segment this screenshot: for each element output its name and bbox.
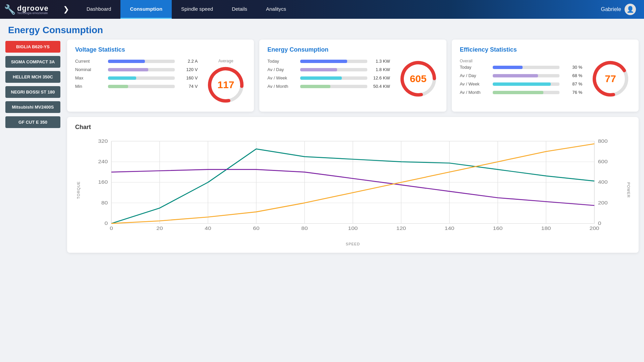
stat-bar-wrap xyxy=(108,76,175,80)
stat-bar xyxy=(493,74,538,77)
voltage-gauge: Average 117 xyxy=(206,59,246,105)
stat-bar-wrap xyxy=(108,60,175,63)
chevron-button[interactable]: ❯ xyxy=(58,5,74,14)
user-name: Gabriele xyxy=(601,6,621,12)
stat-value: 87 % xyxy=(562,81,582,86)
voltage-gauge-label: Average xyxy=(206,59,246,63)
chart-svg: 0080200160400240600320800020406080100120… xyxy=(85,134,621,241)
stat-row: Av / Week 12.6 KW xyxy=(267,75,390,80)
y-left-label: TORQUE xyxy=(76,181,80,199)
svg-text:60: 60 xyxy=(253,226,260,231)
sidebar-item-biglia[interactable]: BIGLIA B620-YS xyxy=(5,41,60,53)
voltage-gauge-circle: 117 xyxy=(206,65,246,105)
stat-label: Nominal xyxy=(75,67,105,72)
sidebar: BIGLIA B620-YS SIGMA COMPACT 3A HELLER M… xyxy=(5,41,60,253)
stat-bar xyxy=(300,85,330,88)
x-label: SPEED xyxy=(85,242,621,246)
chart-title: Chart xyxy=(75,124,631,131)
energy-gauge-wrap: Today 1.3 KW Av / Day 1.8 KW Av / Week 1… xyxy=(267,59,438,99)
voltage-card-title: Voltage Statistics xyxy=(75,46,246,53)
stat-row: Today 1.3 KW xyxy=(267,59,390,64)
voltage-gauge-value: 117 xyxy=(217,79,234,90)
energy-stats: Today 1.3 KW Av / Day 1.8 KW Av / Week 1… xyxy=(267,59,390,99)
stat-bar-wrap xyxy=(493,74,559,77)
stat-bar xyxy=(300,60,347,63)
stat-value: 74 V xyxy=(177,84,198,89)
svg-text:200: 200 xyxy=(598,200,608,205)
logo-area: 🔧 dgroove Tecnologia emozionale xyxy=(4,4,58,15)
header: 🔧 dgroove Tecnologia emozionale ❯ Dashbo… xyxy=(0,0,644,19)
stat-value: 2.2 A xyxy=(177,59,198,64)
avatar: 👤 xyxy=(625,4,636,15)
logo-sub: Tecnologia emozionale xyxy=(17,11,49,15)
svg-text:600: 600 xyxy=(598,159,608,164)
svg-text:400: 400 xyxy=(598,180,608,185)
logo-text-group: dgroove Tecnologia emozionale xyxy=(17,4,49,15)
svg-text:20: 20 xyxy=(156,226,163,231)
page-title: Energy Consumption xyxy=(0,19,644,40)
svg-text:80: 80 xyxy=(101,200,108,205)
stat-row: Max 160 V xyxy=(75,75,198,80)
energy-gauge: 605 xyxy=(398,59,438,99)
main-content: BIGLIA B620-YS SIGMA COMPACT 3A HELLER M… xyxy=(0,40,644,258)
stat-bar-wrap xyxy=(108,85,175,88)
stat-row: Av / Day 68 % xyxy=(460,73,582,78)
stat-row: Today 30 % xyxy=(460,65,582,70)
stat-bar xyxy=(108,60,145,63)
stat-row: Nominal 120 V xyxy=(75,67,198,72)
stat-bar xyxy=(108,68,148,71)
efficiency-gauge-wrap: Overall Today 30 % Av / Day 68 % Av / We… xyxy=(460,59,631,99)
nav-item-spindle-speed[interactable]: Spindle speed xyxy=(172,0,222,19)
stat-bar-wrap xyxy=(300,60,367,63)
stat-label: Av / Day xyxy=(267,67,298,72)
stat-value: 160 V xyxy=(177,75,198,80)
logo-icon: 🔧 xyxy=(4,4,16,15)
stat-bar xyxy=(108,85,128,88)
sidebar-item-heller[interactable]: HELLER MCH 350C xyxy=(5,71,60,83)
svg-text:100: 100 xyxy=(348,226,358,231)
stat-row: Av / Month 50.4 KW xyxy=(267,84,390,89)
stat-value: 50.4 KW xyxy=(370,84,390,89)
stat-value: 68 % xyxy=(562,73,582,78)
stat-bar-wrap xyxy=(493,91,559,94)
nav-item-dashboard[interactable]: Dashboard xyxy=(77,0,120,19)
energy-card: Energy Consumption Today 1.3 KW Av / Day… xyxy=(259,40,446,112)
svg-text:120: 120 xyxy=(396,226,406,231)
stat-bar xyxy=(300,76,342,80)
efficiency-gauge-circle: 77 xyxy=(590,59,631,99)
stat-label: Av / Day xyxy=(460,73,490,78)
sidebar-item-mitsubishi[interactable]: Mitsubishi MV2400S xyxy=(5,101,60,113)
stat-bar-wrap xyxy=(300,76,367,80)
efficiency-gauge-value: 77 xyxy=(605,73,616,84)
svg-text:140: 140 xyxy=(445,226,454,231)
nav-item-consumption[interactable]: Consumption xyxy=(120,0,172,19)
efficiency-card: Efficiency Statistics Overall Today 30 %… xyxy=(452,40,639,112)
voltage-gauge-wrap: Current 2.2 A Nominal 120 V Max 160 V Mi… xyxy=(75,59,246,105)
energy-gauge-circle: 605 xyxy=(398,59,438,99)
svg-text:200: 200 xyxy=(590,226,599,231)
sidebar-item-sigma[interactable]: SIGMA COMPACT 3A xyxy=(5,56,60,68)
stat-label: Av / Month xyxy=(267,84,298,89)
svg-text:800: 800 xyxy=(598,138,608,143)
sidebar-item-gf[interactable]: GF CUT E 350 xyxy=(5,116,60,128)
stat-label: Current xyxy=(75,59,105,64)
stat-bar-wrap xyxy=(493,66,559,69)
svg-text:0: 0 xyxy=(598,221,601,226)
svg-text:160: 160 xyxy=(493,226,503,231)
stat-label: Today xyxy=(267,59,298,64)
nav-item-details[interactable]: Details xyxy=(222,0,257,19)
stat-value: 1.3 KW xyxy=(370,59,390,64)
user-area: Gabriele 👤 xyxy=(601,4,644,15)
sidebar-item-negri[interactable]: NEGRI BOSSI ST 180 xyxy=(5,86,60,98)
stat-value: 120 V xyxy=(177,67,198,72)
stat-value: 76 % xyxy=(562,90,582,95)
stat-bar-wrap xyxy=(493,82,559,86)
stat-row: Current 2.2 A xyxy=(75,59,198,64)
stat-bar xyxy=(493,91,543,94)
stat-bar xyxy=(493,66,523,69)
cards-row: Voltage Statistics Current 2.2 A Nominal… xyxy=(67,40,639,112)
svg-text:80: 80 xyxy=(301,226,308,231)
voltage-card: Voltage Statistics Current 2.2 A Nominal… xyxy=(67,40,254,112)
voltage-stats: Current 2.2 A Nominal 120 V Max 160 V Mi… xyxy=(75,59,198,105)
nav-item-analitycs[interactable]: Analitycs xyxy=(257,0,296,19)
